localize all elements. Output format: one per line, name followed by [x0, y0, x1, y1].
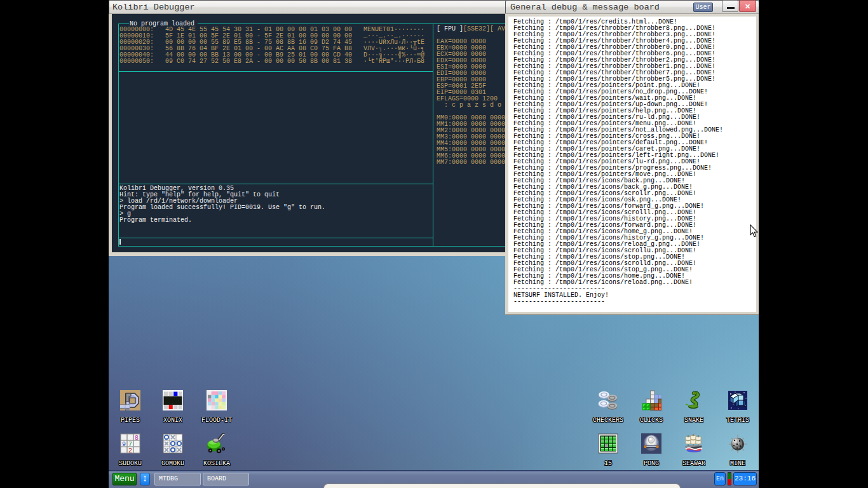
svg-text:9: 9	[122, 441, 126, 448]
svg-text:2: 2	[128, 447, 132, 454]
svg-text:8: 8	[135, 435, 139, 442]
